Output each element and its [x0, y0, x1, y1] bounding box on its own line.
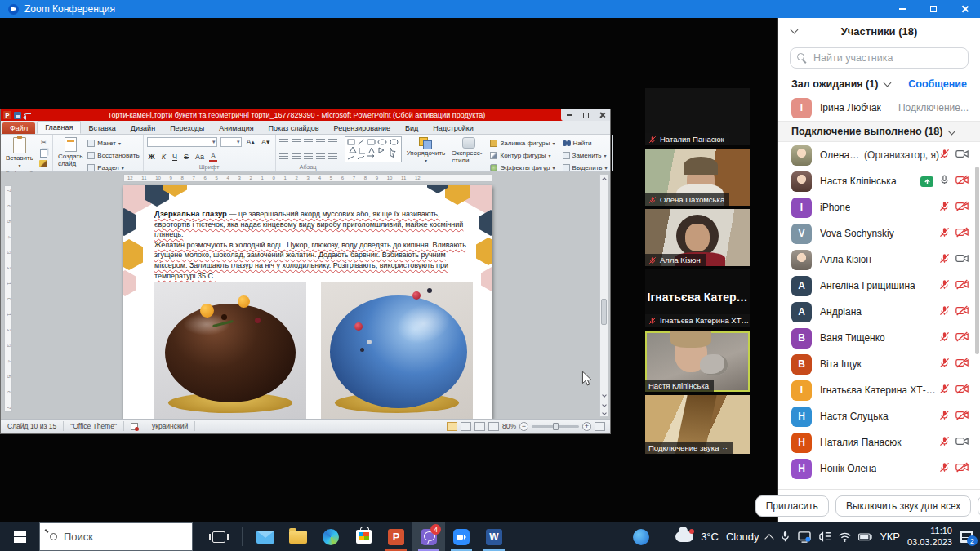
indent-increase-icon[interactable]	[316, 139, 325, 146]
participant-row[interactable]: A Андріана	[778, 299, 980, 325]
reset-button[interactable]: Восстановить	[87, 150, 139, 161]
format-painter-icon[interactable]	[38, 159, 49, 168]
chocolate-cake-photo[interactable]	[154, 282, 306, 419]
find-button[interactable]: Найти	[563, 138, 608, 149]
mic-off-icon[interactable]	[939, 436, 950, 449]
taskbar-search[interactable]	[39, 522, 193, 551]
video-tile-olena-pakhomska[interactable]: Олена Пахомська	[645, 149, 750, 206]
shapes-gallery[interactable]	[345, 136, 402, 162]
mic-off-icon[interactable]	[939, 253, 950, 266]
mic-on-icon[interactable]	[939, 175, 950, 188]
language-indicator[interactable]: УКР	[880, 531, 900, 543]
mic-off-icon[interactable]	[939, 305, 950, 318]
spellcheck-indicator[interactable]	[124, 421, 145, 431]
video-off-icon[interactable]	[956, 358, 969, 371]
next-slide-icon[interactable]	[602, 402, 607, 407]
grow-font-button[interactable]: A▴	[245, 138, 257, 146]
bold-button[interactable]: Ж	[147, 153, 157, 161]
normal-view-button[interactable]	[447, 422, 457, 431]
italic-button[interactable]: К	[160, 153, 167, 161]
message-link[interactable]: Сообщение	[908, 78, 967, 90]
scroll-down-icon[interactable]	[602, 411, 607, 415]
slide-text[interactable]: Дзеркальна глазур — це завершальний акор…	[154, 208, 476, 281]
layout-button[interactable]: Макет▾	[87, 138, 139, 149]
taskbar-word-button[interactable]: W	[478, 522, 510, 551]
font-size-select[interactable]	[220, 137, 242, 147]
participant-row[interactable]: I iPhone	[778, 194, 980, 220]
taskbar-viber-button[interactable]: 4	[412, 522, 445, 551]
mic-off-icon[interactable]	[939, 462, 950, 475]
fit-to-window-button[interactable]	[595, 422, 605, 431]
taskbar-powerpoint-button[interactable]: P	[380, 522, 412, 551]
participant-row[interactable]: B Ваня Тищенко	[778, 325, 980, 351]
bullets-icon[interactable]	[279, 139, 288, 146]
mic-off-icon[interactable]	[939, 149, 950, 162]
zoom-slider[interactable]	[532, 425, 579, 428]
weather-condition[interactable]: Cloudy	[726, 531, 759, 543]
align-right-icon[interactable]	[304, 153, 313, 161]
wifi-icon[interactable]	[839, 532, 851, 542]
zoom-out-button[interactable]: −	[519, 422, 528, 431]
numbering-icon[interactable]	[292, 139, 301, 146]
scroll-up-icon[interactable]	[602, 177, 607, 182]
mic-off-icon[interactable]	[939, 410, 950, 423]
action-center-icon[interactable]: 2	[960, 531, 973, 543]
maximize-button[interactable]	[918, 0, 949, 18]
taskbar-zoom-button[interactable]	[445, 522, 478, 551]
language-indicator[interactable]: украинский	[145, 421, 195, 431]
undo-icon[interactable]	[24, 112, 32, 118]
minimize-button[interactable]	[887, 0, 918, 18]
panel-scrollbar[interactable]	[975, 167, 979, 354]
ppt-vertical-scrollbar[interactable]	[599, 174, 608, 417]
video-off-icon[interactable]	[956, 175, 969, 188]
columns-icon[interactable]	[328, 153, 337, 161]
replace-button[interactable]: Заменить▾	[563, 150, 608, 161]
ppt-minimize-button[interactable]	[561, 109, 577, 121]
ribbon-tab[interactable]: Надстройки	[425, 122, 480, 134]
defender-icon[interactable]	[633, 529, 649, 545]
video-tile-alla-kiziun[interactable]: Алла Кізюн	[645, 209, 750, 266]
line-spacing-icon[interactable]	[328, 139, 337, 146]
video-tile-connecting-audio[interactable]: Подключение звука··	[645, 395, 750, 454]
participant-row[interactable]: B Віта Іщук	[778, 351, 980, 377]
presenting-display-icon[interactable]	[798, 531, 811, 543]
participant-row[interactable]: H Нонік Олена	[778, 455, 980, 482]
ppt-titlebar[interactable]: P Торти-камені,торти букети та геометрич…	[1, 109, 610, 121]
taskbar-mail-button[interactable]	[249, 522, 282, 551]
taskbar-edge-button[interactable]	[314, 522, 347, 551]
shape-fill-button[interactable]: Заливка фигуры▾	[490, 138, 555, 149]
joined-section-header[interactable]: Подключение выполнено (18)	[778, 121, 980, 142]
video-off-icon[interactable]	[956, 462, 969, 475]
horizontal-ruler[interactable]: 12 11 10 9 8 7 6 5 4 3 2 1 0 1 2 3 4 5 6…	[123, 174, 492, 182]
theme-name[interactable]: "Office Theme"	[64, 421, 124, 431]
video-off-icon[interactable]	[956, 227, 969, 240]
participant-row[interactable]: I Ігнатьєва Катерина ХТ-41д	[778, 377, 980, 403]
participant-row[interactable]: Настя Кліпінська	[778, 168, 980, 194]
start-button[interactable]	[0, 522, 39, 551]
video-on-icon[interactable]	[956, 149, 969, 162]
invite-button[interactable]: Пригласить	[755, 495, 829, 517]
video-tile-natalia-panasiuk[interactable]: Наталия Панасюк	[645, 88, 750, 145]
reading-view-button[interactable]	[474, 422, 485, 431]
video-off-icon[interactable]	[956, 201, 969, 214]
previous-slide-icon[interactable]	[602, 393, 607, 398]
participant-row[interactable]: H Наталия Панасюк	[778, 429, 980, 455]
participant-row[interactable]: Олена Пахомс... (Организатор, я)	[778, 142, 980, 168]
vertical-ruler[interactable]: 7 6 5 4 3 2 1 0 1 2 3 4 5 6 7	[4, 185, 12, 412]
video-tile-nastia-klipinska[interactable]: Настя Кліпінська	[645, 331, 750, 392]
participant-row[interactable]: V Vova Sochynskiy	[778, 220, 980, 247]
close-button[interactable]	[949, 0, 980, 18]
weather-temp[interactable]: 3°C	[701, 531, 719, 543]
quick-styles-button[interactable]: Экспресс-стили	[450, 136, 487, 165]
font-color-button[interactable]: А	[209, 152, 217, 162]
slideshow-button[interactable]	[488, 422, 499, 431]
tray-expand-icon[interactable]	[765, 534, 774, 543]
align-left-icon[interactable]	[279, 153, 288, 161]
justify-icon[interactable]	[316, 153, 325, 161]
participant-row[interactable]: H Настя Слуцька	[778, 403, 980, 429]
clock[interactable]: 11:10 03.03.2023	[907, 526, 952, 549]
video-tile-ihnatieva[interactable]: Ігнатьєва Катер… Ігнатьєва Катерина ХТ…	[645, 269, 750, 327]
mute-all-button[interactable]: Выключить звук для всех	[835, 495, 971, 517]
video-off-icon[interactable]	[956, 305, 969, 318]
participant-row[interactable]: A Ангеліна Грищишина	[778, 273, 980, 299]
